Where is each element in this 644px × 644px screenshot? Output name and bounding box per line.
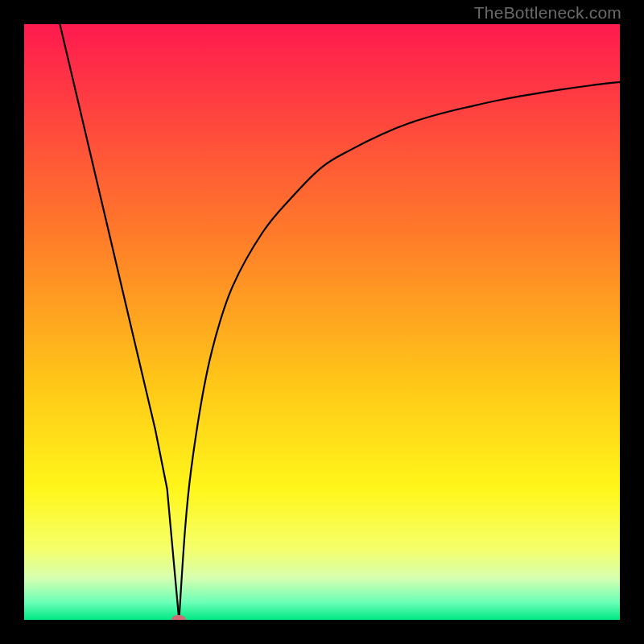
chart-frame: TheBottleneck.com (0, 0, 644, 644)
plot-area (24, 24, 620, 620)
curve-layer (24, 24, 620, 620)
watermark-text: TheBottleneck.com (474, 3, 621, 23)
curve-right-branch (179, 82, 620, 620)
minimum-marker (171, 615, 186, 620)
curve-left-branch (60, 24, 179, 620)
